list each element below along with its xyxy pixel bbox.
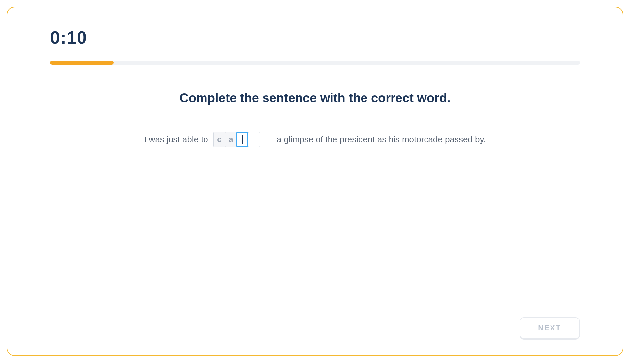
- quiz-card: 0:10 Complete the sentence with the corr…: [7, 7, 623, 356]
- instruction-text: Complete the sentence with the correct w…: [37, 91, 593, 105]
- letter-box-1[interactable]: a: [225, 132, 237, 147]
- letter-box-4[interactable]: [260, 132, 271, 147]
- divider: [50, 304, 580, 304]
- letter-box-0[interactable]: c: [213, 132, 225, 147]
- progress-bar: [50, 61, 580, 65]
- cursor-icon: [242, 135, 243, 144]
- sentence-row: I was just able to c a a glimpse of the …: [37, 132, 593, 147]
- sentence-before: I was just able to: [144, 135, 208, 145]
- sentence-after: a glimpse of the president as his motorc…: [277, 135, 486, 145]
- footer: NEXT: [37, 304, 593, 339]
- timer-display: 0:10: [50, 27, 593, 47]
- letter-box-3[interactable]: [248, 132, 260, 147]
- button-row: NEXT: [37, 317, 593, 339]
- next-button[interactable]: NEXT: [520, 317, 580, 339]
- letter-box-2[interactable]: [236, 132, 248, 147]
- progress-fill: [50, 61, 114, 65]
- letter-input-group: c a: [213, 132, 271, 147]
